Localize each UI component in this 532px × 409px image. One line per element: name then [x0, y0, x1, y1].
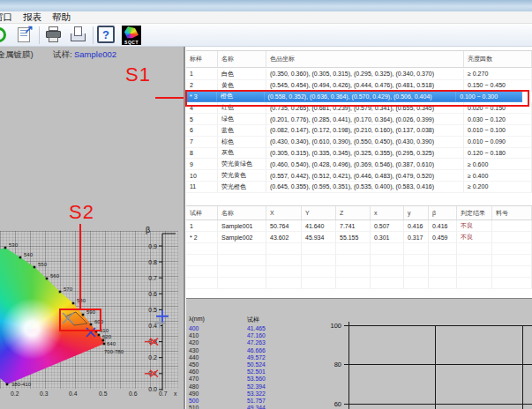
cell: 11 — [186, 182, 218, 193]
empty-row[interactable] — [186, 266, 532, 278]
locus-label-640: 640 — [107, 341, 116, 346]
reflectance-value: 47.160 — [247, 332, 266, 339]
reflectance-value: 53.322 — [247, 390, 266, 398]
standard-row-荧光橙色[interactable]: 11荧光橙色(0.645, 0.355), (0.595, 0.351), (0… — [186, 182, 532, 193]
gridline-v-2 — [522, 325, 523, 409]
cell — [371, 243, 404, 255]
mode-label: 无金属镀膜) — [0, 49, 34, 61]
beta-tick-label: 0.0 — [148, 386, 157, 392]
empty-row[interactable] — [186, 255, 532, 266]
cell — [404, 266, 429, 278]
ytick-100: 100 — [326, 322, 341, 330]
cell — [457, 266, 492, 278]
spectral-row: 47053.560 — [186, 376, 345, 383]
cell: (0.305, 0.315), (0.335, 0.345), (0.325, … — [266, 148, 464, 160]
standard-row-荧光黄色[interactable]: 10荧光黄色(0.557, 0.442), (0.512, 0.421), (0… — [186, 170, 532, 182]
spectral-row: 44049.572 — [186, 354, 345, 361]
beta-axis: 0.90.80.70.60.50.40.30.20.10.0 — [139, 226, 179, 402]
wavelength-value: 420 — [189, 339, 199, 346]
cell: 蓝色 — [218, 125, 266, 137]
column-header[interactable]: 名称 — [218, 206, 266, 219]
empty-row[interactable] — [186, 243, 532, 255]
column-header[interactable]: Y — [302, 206, 336, 219]
cell — [457, 243, 492, 255]
cell — [218, 266, 266, 278]
cell: 0.120 ~ 0.180 — [464, 148, 532, 160]
sample-column-header: 试样 — [247, 316, 259, 324]
cell: 荧光橙色 — [218, 182, 266, 193]
column-header[interactable]: β — [429, 206, 457, 219]
cell: 41.640 — [302, 220, 336, 232]
column-header[interactable]: 料号 — [492, 206, 532, 219]
cell — [492, 243, 532, 255]
column-header[interactable]: y — [404, 206, 429, 219]
locus-dot — [98, 334, 101, 337]
print-preview-icon[interactable] — [69, 26, 88, 45]
print-icon[interactable] — [44, 26, 64, 45]
reflectance-value: 50.524 — [247, 361, 266, 368]
cell: 55.155 — [336, 232, 371, 243]
sample-row-Sample001[interactable]: 1Sample00150.76441.6407.7410.5070.4160.4… — [186, 220, 532, 232]
gridline-h-60 — [348, 404, 532, 405]
cell — [404, 278, 429, 289]
wavelength-value: 410 — [189, 332, 199, 339]
wavelength-value: 440 — [189, 354, 199, 361]
help-icon[interactable]: ? — [97, 26, 116, 45]
reflectance-value: 47.263 — [247, 339, 266, 346]
column-header[interactable]: 名称 — [218, 51, 266, 67]
locus-dot — [103, 343, 106, 346]
x-tick-label: 0.5 — [99, 390, 107, 397]
column-header[interactable]: 试样 — [186, 206, 218, 219]
standard-row-蓝色[interactable]: 6蓝色(0.082, 0.147), (0.172, 0.198), (0.21… — [186, 125, 532, 137]
standard-row-棕色[interactable]: 7棕色(0.430, 0.340), (0.610, 0.390), (0.55… — [186, 137, 532, 148]
cell: 45.934 — [302, 232, 336, 243]
locus-dot — [46, 278, 49, 280]
column-header[interactable]: X — [266, 206, 302, 219]
wavelength-value: 400 — [189, 325, 199, 332]
cell: 0.317 — [404, 232, 429, 243]
column-header[interactable]: x — [371, 206, 404, 219]
locus-label-530: 530 — [9, 242, 19, 248]
cell: 7 — [186, 137, 218, 148]
s1-annotation-label: S1 — [125, 63, 151, 86]
toolbar-separator — [93, 26, 94, 44]
standard-row-灰色[interactable]: 8灰色(0.305, 0.315), (0.335, 0.345), (0.32… — [186, 148, 532, 160]
menu-item[interactable]: 帮助 — [52, 11, 71, 24]
spectral-row: 49053.322 — [186, 390, 345, 398]
standards-table: 1白色(0.350, 0.360), (0.305, 0.315), (0.29… — [186, 69, 532, 193]
empty-row[interactable] — [186, 278, 532, 289]
sqct-icon[interactable]: SQCT — [122, 26, 141, 45]
samples-table-header: 试样名称XYZxyβ判定结果料号 — [186, 205, 532, 220]
cell — [492, 266, 532, 278]
beta-tick-label: 0.6 — [148, 291, 157, 297]
menu-item[interactable]: 窗口 — [0, 11, 12, 24]
calibration-icon[interactable] — [0, 26, 11, 45]
cell: 0.459 — [429, 232, 457, 243]
s2-annotation-line — [79, 224, 81, 309]
column-header[interactable]: Z — [336, 206, 371, 219]
sample-row-Sample002[interactable]: * 2Sample00243.60245.93455.1550.3010.317… — [186, 232, 532, 243]
x-tick-label: 0.6 — [129, 390, 137, 397]
column-header[interactable]: 亮度因数 — [464, 51, 532, 67]
standard-row-白色[interactable]: 1白色(0.350, 0.360), (0.305, 0.315), (0.29… — [186, 69, 532, 80]
locus-dot — [34, 266, 36, 269]
cell — [302, 266, 336, 278]
locus-dot — [4, 247, 7, 249]
cell — [371, 266, 404, 278]
column-header[interactable]: 标样 — [186, 51, 218, 67]
gridline-h-100 — [348, 325, 532, 326]
cell: 荧光黄绿色 — [218, 159, 266, 170]
cell — [302, 243, 336, 255]
cell: 43.602 — [266, 232, 302, 243]
standard-row-荧光黄绿色[interactable]: 9荧光黄绿色(0.460, 0.540), (0.428, 0.496), (0… — [186, 159, 532, 170]
menu-item[interactable]: 报表 — [23, 11, 41, 24]
standard-row-绿色[interactable]: 5绿色(0.201, 0.776), (0.285, 0.441), (0.17… — [186, 114, 532, 125]
export-report-icon[interactable]: ↗ — [15, 26, 34, 45]
cell — [492, 278, 532, 289]
spectral-row: 48052.394 — [186, 383, 345, 390]
column-header[interactable]: 色品坐标 — [266, 51, 464, 67]
cell: Sample002 — [218, 232, 266, 243]
x-tick-label: 0.3 — [40, 390, 48, 397]
column-header[interactable]: 判定结果 — [457, 206, 492, 219]
sqct-label: SQCT — [122, 40, 141, 45]
